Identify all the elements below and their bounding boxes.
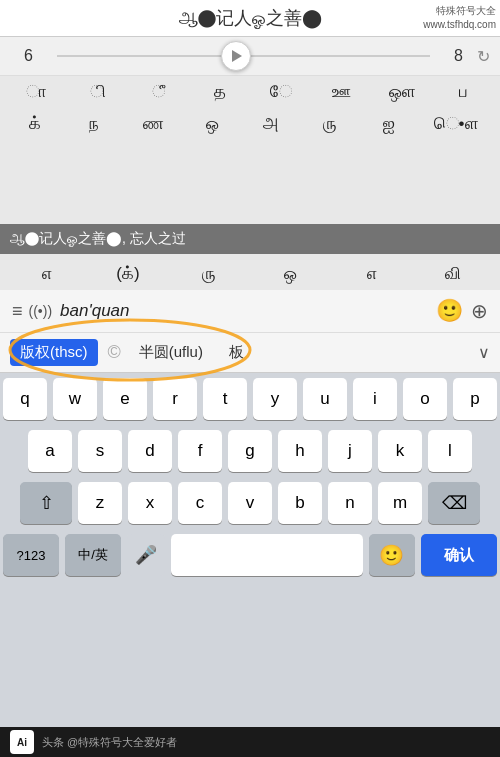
key-e[interactable]: e xyxy=(103,378,147,420)
footer: Ai 头条 @特殊符号大全爱好者 xyxy=(0,727,500,757)
numbers-key[interactable]: ?123 xyxy=(3,534,59,576)
key-u[interactable]: u xyxy=(303,378,347,420)
emoji-bottom-key[interactable]: 🙂 xyxy=(369,534,415,576)
suggestion-row: 版权(thsc) © 半圆(uflu) 板 ∨ xyxy=(0,333,500,373)
key-m[interactable]: m xyxy=(378,482,422,524)
mic-key[interactable]: 🎤 xyxy=(127,534,165,576)
top-section: 特殊符号大全 www.tsfhdq.com ஆ⬤记人ஓ之善⬤ 6 8 ↻ ா ி… xyxy=(0,0,500,290)
key-p[interactable]: p xyxy=(453,378,497,420)
key-row-4: ?123 中/英 🎤 🙂 确认 xyxy=(0,529,500,584)
key-n[interactable]: n xyxy=(328,482,372,524)
input-left-icons: ≡ ((•)) xyxy=(12,301,52,322)
keyboard: q w e r t y u i o p a s d f g h j k l ⇧ … xyxy=(0,373,500,584)
tamil-row-3: எ (க்) ரு ஒ எ வி xyxy=(0,258,500,290)
tamil-row-2: க் ந ண ஒ அ ரு ஐ ெ•ள xyxy=(0,108,500,140)
key-c[interactable]: c xyxy=(178,482,222,524)
space-key[interactable] xyxy=(171,534,362,576)
key-q[interactable]: q xyxy=(3,378,47,420)
suggestion-ban[interactable]: 板 xyxy=(221,339,252,366)
suggestion-banquan[interactable]: 版权(thsc) xyxy=(10,339,98,366)
tamil-row-1: ா ி ீ த ே ஊ ஒள ப xyxy=(0,76,500,108)
key-k[interactable]: k xyxy=(378,430,422,472)
slider[interactable] xyxy=(57,44,430,68)
avatar: Ai xyxy=(10,730,34,754)
key-o[interactable]: o xyxy=(403,378,447,420)
input-text[interactable]: ban'quan xyxy=(60,301,428,321)
key-d[interactable]: d xyxy=(128,430,172,472)
key-g[interactable]: g xyxy=(228,430,272,472)
shift-key[interactable]: ⇧ xyxy=(20,482,72,524)
key-s[interactable]: s xyxy=(78,430,122,472)
emoji-icon[interactable]: 🙂 xyxy=(436,298,463,324)
key-a[interactable]: a xyxy=(28,430,72,472)
key-t[interactable]: t xyxy=(203,378,247,420)
key-z[interactable]: z xyxy=(78,482,122,524)
suggestion-halfcircle[interactable]: 半圆(uflu) xyxy=(131,339,211,366)
lang-key[interactable]: 中/英 xyxy=(65,534,121,576)
key-j[interactable]: j xyxy=(328,430,372,472)
key-f[interactable]: f xyxy=(178,430,222,472)
number-6: 6 xyxy=(10,43,47,69)
key-h[interactable]: h xyxy=(278,430,322,472)
key-i[interactable]: i xyxy=(353,378,397,420)
key-b[interactable]: b xyxy=(278,482,322,524)
footer-label: 头条 @特殊符号大全爱好者 xyxy=(42,735,177,750)
expand-icon[interactable]: ∨ xyxy=(478,343,490,362)
key-r[interactable]: r xyxy=(153,378,197,420)
key-row-2: a s d f g h j k l xyxy=(0,425,500,477)
refresh-icon[interactable]: ↻ xyxy=(477,47,490,66)
input-right-icons: 🙂 ⊕ xyxy=(436,298,488,324)
number-8: 8 xyxy=(440,43,477,69)
key-row-1: q w e r t y u i o p xyxy=(0,373,500,425)
overlay-text: ஆ⬤记人ஓ之善⬤, 忘人之过 xyxy=(0,224,500,254)
confirm-key[interactable]: 确认 xyxy=(421,534,498,576)
top-title: ஆ⬤记人ஓ之善⬤ xyxy=(179,8,322,28)
add-icon[interactable]: ⊕ xyxy=(471,299,488,323)
microphone-icon[interactable]: ((•)) xyxy=(29,303,53,319)
key-y[interactable]: y xyxy=(253,378,297,420)
key-x[interactable]: x xyxy=(128,482,172,524)
input-area[interactable]: ≡ ((•)) ban'quan 🙂 ⊕ xyxy=(0,290,500,333)
play-icon xyxy=(232,50,242,62)
key-w[interactable]: w xyxy=(53,378,97,420)
key-v[interactable]: v xyxy=(228,482,272,524)
key-row-3: ⇧ z x c v b n m ⌫ xyxy=(0,477,500,529)
watermark: 特殊符号大全 www.tsfhdq.com xyxy=(423,4,496,32)
delete-key[interactable]: ⌫ xyxy=(428,482,480,524)
overlay-text-content: ஆ⬤记人ஓ之善⬤, 忘人之过 xyxy=(10,230,186,246)
menu-icon[interactable]: ≡ xyxy=(12,301,23,322)
key-l[interactable]: l xyxy=(428,430,472,472)
number-row: 6 8 ↻ xyxy=(0,37,500,76)
